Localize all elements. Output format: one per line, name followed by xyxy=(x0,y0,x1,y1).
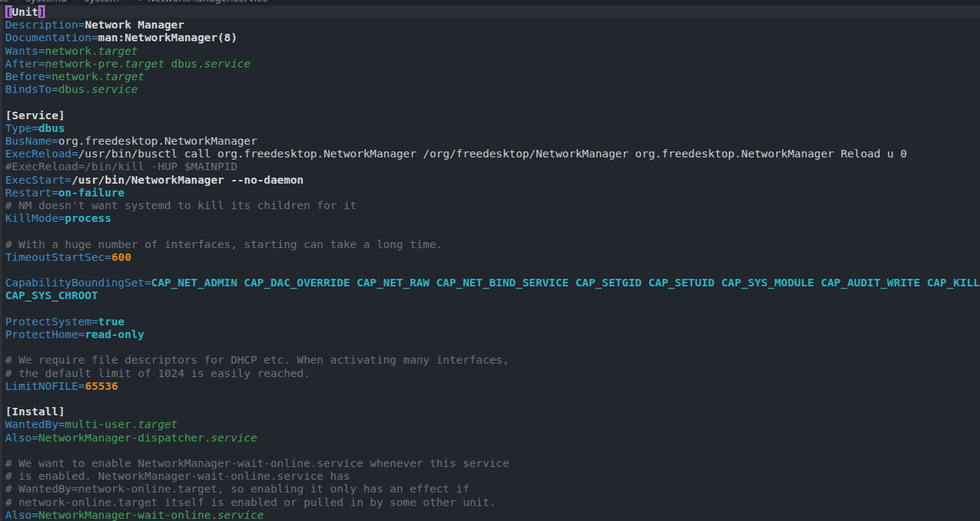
code-token: NetworkManager-wait-online. xyxy=(38,508,217,521)
code-token: [Install] xyxy=(5,405,65,418)
code-token: process xyxy=(65,211,112,224)
code-token: After xyxy=(5,57,38,70)
code-line[interactable]: LimitNOFILE=65536 xyxy=(0,379,980,392)
code-token: #ExecReload=/bin/kill -HUP $MAINPID xyxy=(5,160,238,172)
code-token: = xyxy=(58,211,65,224)
code-line[interactable]: #ExecReload=/bin/kill -HUP $MAINPID xyxy=(0,160,980,172)
code-token: # WantedBy=network-online.target, so ena… xyxy=(5,482,469,495)
code-line[interactable] xyxy=(0,340,980,353)
code-line[interactable]: TimeoutStartSec=600 xyxy=(0,250,980,263)
code-token: = xyxy=(52,82,58,95)
code-token: Network Manager xyxy=(85,18,184,31)
code-token: Also xyxy=(5,431,31,444)
breadcrumb-separator-icon: › xyxy=(126,0,130,5)
code-line[interactable] xyxy=(0,302,980,315)
code-line[interactable]: [Install] xyxy=(0,405,980,418)
code-line[interactable]: ExecReload=/usr/bin/busctl call org.free… xyxy=(0,147,980,160)
code-token: Type xyxy=(5,121,31,134)
code-token: Documentation xyxy=(5,31,91,43)
code-line[interactable]: # NM doesn't want systemd to kill its ch… xyxy=(0,199,980,211)
code-line[interactable]: # We want to enable NetworkManager-wait-… xyxy=(0,457,980,469)
breadcrumb-separator-icon: › xyxy=(15,0,19,5)
code-line[interactable]: ExecStart=/usr/bin/NetworkManager --no-d… xyxy=(0,173,980,186)
code-line[interactable]: Type=dbus xyxy=(0,121,980,134)
code-token: = xyxy=(31,431,38,444)
code-line[interactable]: CAP_SYS_CHROOT xyxy=(0,289,980,301)
code-token: dbus. xyxy=(58,82,91,95)
code-line[interactable]: WantedBy=multi-user.target xyxy=(0,418,980,430)
code-token: service xyxy=(211,431,257,444)
code-line[interactable]: BindsTo=dbus.service xyxy=(0,82,980,95)
code-token: = xyxy=(78,18,85,31)
code-line[interactable] xyxy=(0,392,980,405)
code-token: Wants xyxy=(5,44,38,57)
breadcrumb-item[interactable]: etc xyxy=(0,0,8,5)
code-token: = xyxy=(45,70,52,82)
code-line[interactable]: # We require file descriptors for DHCP e… xyxy=(0,353,980,366)
code-token: # the default limit of 1024 is easily re… xyxy=(5,367,310,379)
terminal-editor-window: etc›systemd›system›⚙NetworkManager.servi… xyxy=(0,0,980,521)
code-line[interactable]: # is enabled. NetworkManager-wait-online… xyxy=(0,469,980,482)
breadcrumb-item[interactable]: systemd xyxy=(25,0,67,5)
gear-icon: ⚙ xyxy=(136,0,144,5)
code-line[interactable]: # WantedBy=network-online.target, so ena… xyxy=(0,482,980,495)
code-token: BusName xyxy=(5,134,52,147)
code-token: target xyxy=(138,418,178,430)
code-line[interactable]: # network-online.target itself is enable… xyxy=(0,496,980,508)
code-line[interactable]: Restart=on-failure xyxy=(0,186,980,199)
code-line[interactable]: CapabilityBoundingSet=CAP_NET_ADMIN CAP_… xyxy=(0,276,980,289)
code-token: # NM doesn't want systemd to kill its ch… xyxy=(5,199,357,211)
code-line[interactable]: Also=NetworkManager-wait-online.service xyxy=(0,508,980,521)
code-token: = xyxy=(52,186,58,199)
code-line[interactable]: [Unit] xyxy=(0,5,980,18)
code-line[interactable]: # With a huge number of interfaces, star… xyxy=(0,238,980,250)
code-line[interactable]: Before=network.target xyxy=(0,70,980,82)
breadcrumb-item[interactable]: NetworkManager.service xyxy=(148,0,268,5)
code-line[interactable]: Description=Network Manager xyxy=(0,18,980,31)
code-token: target xyxy=(98,44,138,57)
code-token: man:NetworkManager(8) xyxy=(98,31,238,43)
code-token: on-failure xyxy=(58,186,124,199)
code-token: Description xyxy=(5,18,78,31)
code-token: ExecReload xyxy=(5,147,71,160)
code-token: = xyxy=(91,31,98,43)
code-line[interactable]: ProtectHome=read-only xyxy=(0,328,980,340)
code-token: = xyxy=(78,328,85,340)
code-token: BindsTo xyxy=(5,82,52,95)
code-token: /usr/bin/busctl call org.freedesktop.Net… xyxy=(78,147,907,160)
code-token: 65536 xyxy=(85,379,118,392)
code-token: KillMode xyxy=(5,211,58,224)
code-line[interactable] xyxy=(0,444,980,457)
code-line[interactable]: Also=NetworkManager-dispatcher.service xyxy=(0,431,980,444)
code-token: /usr/bin/NetworkManager --no-daemon xyxy=(71,173,304,186)
code-token: # is enabled. NetworkManager-wait-online… xyxy=(5,469,350,482)
code-line[interactable]: Documentation=man:NetworkManager(8) xyxy=(0,31,980,43)
code-line[interactable] xyxy=(0,224,980,237)
code-token: = xyxy=(91,315,98,328)
breadcrumb-bar: etc›systemd›system›⚙NetworkManager.servi… xyxy=(0,0,980,5)
editor-content[interactable]: [Unit]Description=Network ManagerDocumen… xyxy=(0,5,980,521)
code-token: WantedBy xyxy=(5,418,58,430)
code-token: service xyxy=(204,57,250,70)
code-token: network-pre. xyxy=(45,57,124,70)
code-line[interactable] xyxy=(0,263,980,276)
code-line[interactable]: [Service] xyxy=(0,109,980,121)
code-token: 600 xyxy=(111,250,131,263)
code-line[interactable]: BusName=org.freedesktop.NetworkManager xyxy=(0,134,980,147)
code-line[interactable] xyxy=(0,95,980,108)
code-token: CapabilityBoundingSet xyxy=(5,276,145,289)
code-line[interactable]: # the default limit of 1024 is easily re… xyxy=(0,367,980,379)
code-line[interactable]: Wants=network.target xyxy=(0,44,980,57)
code-token: service xyxy=(91,82,138,95)
code-token xyxy=(164,57,171,70)
code-line[interactable]: After=network-pre.target dbus.service xyxy=(0,57,980,70)
code-token: = xyxy=(71,147,78,160)
code-token: ProtectHome xyxy=(5,328,78,340)
code-token: true xyxy=(98,315,124,328)
code-token: [ xyxy=(5,5,12,18)
code-token: ] xyxy=(38,5,45,18)
code-line[interactable]: KillMode=process xyxy=(0,211,980,224)
code-token: CAP_SYS_CHROOT xyxy=(5,289,98,301)
breadcrumb-item[interactable]: system xyxy=(84,0,119,5)
code-line[interactable]: ProtectSystem=true xyxy=(0,315,980,328)
